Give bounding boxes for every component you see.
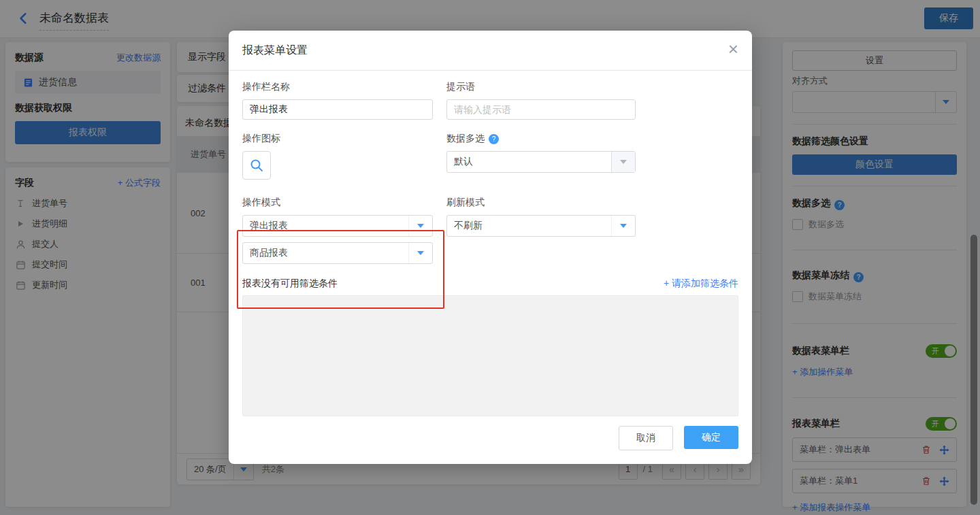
- report-select[interactable]: 商品报表: [242, 242, 433, 264]
- filter-empty-note: 报表没有可用筛选条件: [242, 278, 338, 290]
- chevron-down-icon: [620, 160, 627, 164]
- report-menu-settings-dialog: 报表菜单设置 × 操作栏名称 提示语 操作图标: [229, 31, 752, 464]
- action-icon-label: 操作图标: [242, 132, 433, 146]
- search-icon: [249, 158, 264, 173]
- data-multiselect-value: 默认: [447, 152, 611, 172]
- help-icon[interactable]: ?: [489, 134, 499, 144]
- data-multiselect-label: 数据多选?: [446, 132, 636, 146]
- chevron-down-icon: [620, 224, 627, 228]
- chevron-down-icon: [417, 251, 424, 255]
- refresh-mode-label: 刷新模式: [446, 196, 636, 210]
- add-filter-link[interactable]: + 请添加筛选条件: [664, 278, 738, 290]
- action-mode-label: 操作模式: [242, 196, 433, 210]
- prompt-label: 提示语: [446, 80, 636, 94]
- prompt-input[interactable]: [446, 99, 636, 120]
- action-icon-button[interactable]: [242, 151, 271, 180]
- app-root: 未命名数据表 保存 数据源 更改数据源 进货信息 数据获取权限 报表权限 字段 …: [0, 0, 980, 515]
- refresh-mode-select[interactable]: 不刷新: [446, 215, 636, 237]
- confirm-button[interactable]: 确定: [684, 426, 738, 449]
- report-select-value: 商品报表: [243, 243, 408, 263]
- data-multiselect-select[interactable]: 默认: [446, 151, 636, 173]
- close-icon[interactable]: ×: [728, 39, 738, 59]
- action-bar-name-input[interactable]: [242, 99, 433, 120]
- action-mode-select[interactable]: 弹出报表: [242, 215, 433, 237]
- chevron-down-icon: [417, 224, 424, 228]
- refresh-mode-value: 不刷新: [447, 216, 611, 236]
- filter-conditions-area: [242, 295, 738, 416]
- action-mode-value: 弹出报表: [243, 216, 408, 236]
- action-bar-name-label: 操作栏名称: [242, 80, 433, 94]
- dialog-title: 报表菜单设置: [242, 44, 308, 58]
- cancel-button[interactable]: 取消: [619, 426, 673, 450]
